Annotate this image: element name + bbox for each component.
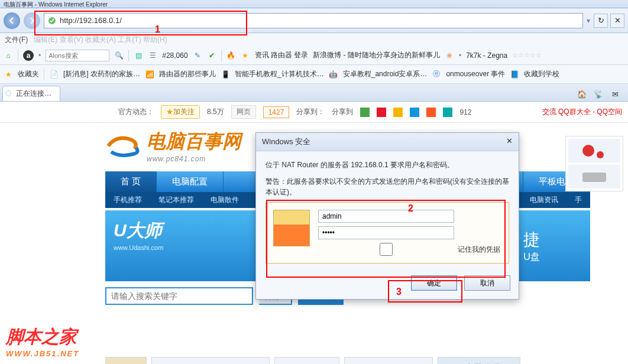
ok-button[interactable]: 确定 [411, 275, 457, 291]
menu-file[interactable]: 文件(F) [5, 35, 28, 45]
search-icon[interactable]: 🔍 [114, 51, 124, 60]
toolbar-link-3[interactable]: 7k7k - Zegna [466, 51, 507, 60]
auth-dialog: Windows 安全 ✕ 位于 NAT Router 的服务器 192.168.… [255, 132, 519, 300]
remember-checkbox-label[interactable]: 记住我的凭据 [318, 243, 501, 256]
subnav-1[interactable]: 手机推荐 [105, 192, 150, 208]
share-icon-1[interactable] [360, 108, 370, 117]
bookmark-5[interactable]: onmouseover 事件 [446, 69, 505, 79]
toolbar-link-2[interactable]: 新浪微博 - 随时随地分享身边的新鲜事儿 [313, 50, 440, 60]
page-sub-toolbar: 官方动态： ★加关注 8.5万 网页 1427 分享到： 分享到 912 交流 … [0, 102, 628, 123]
ad-2[interactable] [568, 165, 620, 188]
chip-count[interactable]: 1427 [263, 106, 290, 118]
bookmark-icon-5: ⓔ [432, 70, 441, 79]
page-content: 官方动态： ★加关注 8.5万 网页 1427 分享到： 分享到 912 交流 … [0, 102, 628, 364]
fire-icon[interactable]: 🔥 [226, 51, 236, 60]
toolbar-link-1[interactable]: 资讯 路由器 登录 [255, 50, 309, 60]
toolbar-row-2: ★ 收藏夹 📄 [新消息] 农药剂的家族… 📶 路由器的那些事儿 📱 智能手机教… [0, 65, 628, 84]
qq-link[interactable]: 交流 QQ群大全 - QQ空间 [542, 107, 622, 117]
tool-icon-5[interactable]: ❀ [445, 51, 454, 60]
flow-row: ✦serve ✦serve 微电脑学堂 [105, 357, 520, 364]
flow-serve2[interactable]: ✦serve [344, 357, 433, 364]
flow-photo[interactable] [105, 357, 147, 364]
page-icon [47, 16, 57, 25]
bookmark-1[interactable]: [新消息] 农药剂的家族… [63, 69, 140, 79]
alons-icon[interactable]: a [23, 50, 34, 61]
toolbar-search-input[interactable] [46, 50, 109, 61]
dialog-warning: 警告：此服务器要求以不安全的方式发送您的用户名和密码(没有安全连接的基本认证)。 [266, 176, 509, 197]
feed-icon[interactable]: 📡 [591, 87, 606, 101]
home-icon-2[interactable]: 🏠 [575, 87, 589, 101]
remember-checkbox[interactable] [318, 243, 454, 256]
browser-nav-bar: ▾ ↻ ✕ [0, 8, 628, 33]
favorites-label[interactable]: 收藏夹 [18, 69, 39, 79]
share-icon-2[interactable] [377, 108, 386, 117]
bookmark-icon-3: 📱 [221, 70, 230, 79]
tab-bar: ◌ 正在连接… 🏠 📡 ✉ [0, 84, 628, 102]
share-icon-3[interactable] [393, 108, 403, 117]
flow-school[interactable]: 微电脑学堂 [438, 357, 520, 364]
bookmark-6[interactable]: 收藏到学校 [524, 69, 559, 79]
share-count: 912 [459, 108, 471, 116]
bookmark-2[interactable]: 路由器的那些事儿 [159, 69, 216, 79]
star-icon[interactable]: ★ [241, 51, 250, 60]
loading-spinner-icon: ◌ [5, 89, 11, 97]
cancel-button[interactable]: 取消 [464, 275, 510, 291]
bookmark-icon-2: 📶 [145, 70, 154, 79]
share-label: 分享到： [296, 107, 325, 117]
dialog-message: 位于 NAT Router 的服务器 192.168.0.1 要求用户名和密码。 [266, 160, 509, 170]
subnav-5[interactable]: 电脑资讯 [522, 192, 567, 208]
banner-r-bottom: U盘 [523, 251, 540, 264]
watermark: 脚本之家 WWW.JB51.NET [6, 325, 79, 358]
username-input[interactable] [318, 210, 454, 223]
tool-icon-3[interactable]: ✎ [193, 51, 202, 60]
follow-button[interactable]: ★加关注 [161, 105, 200, 119]
toolbar-row-1: ⌂ a • 🔍 ▤ ☰ #28,060 ✎ ✔ 🔥 ★ 资讯 路由器 登录 新浪… [0, 46, 628, 65]
nav-config[interactable]: 电脑配置 [157, 171, 224, 192]
svg-point-2 [597, 151, 604, 158]
stop-button[interactable]: ✕ [610, 14, 624, 28]
home-icon[interactable]: ⌂ [4, 51, 13, 60]
share-to: 分享到 [332, 107, 353, 117]
nav-home[interactable]: 首 页 [105, 171, 157, 192]
dialog-title: Windows 安全 [262, 136, 310, 147]
menu-rest[interactable]: 编辑(E) 查看(V) 收藏夹(A) 工具(T) 帮助(H) [34, 35, 167, 45]
share-icon-5[interactable] [426, 108, 436, 117]
dialog-close-button[interactable]: ✕ [506, 136, 513, 147]
flow-serve[interactable]: ✦serve [151, 357, 270, 364]
share-icon-6[interactable] [443, 108, 452, 117]
forward-button[interactable] [24, 12, 40, 29]
subnav-6[interactable]: 手 [567, 192, 590, 208]
window-title-bar: 电脑百事网 - Windows Internet Explorer [0, 0, 628, 8]
bookmark-4[interactable]: 安卓教程_android安卓系… [343, 69, 428, 79]
official-label: 官方动态： [118, 107, 154, 117]
address-bar-wrap [44, 13, 583, 28]
tool-icon-4[interactable]: ✔ [207, 51, 216, 60]
tab-loading[interactable]: ◌ 正在连接… [2, 86, 60, 101]
banner-r-top: 捷 [523, 229, 540, 251]
subnav-3[interactable]: 电脑散件 [202, 192, 247, 208]
tool-icon-2[interactable]: ☰ [148, 51, 157, 60]
site-search-input[interactable] [105, 287, 253, 305]
address-input[interactable] [44, 13, 583, 28]
share-icon-4[interactable] [410, 108, 419, 117]
bookmark-3[interactable]: 智能手机教程_计算机技术… [235, 69, 324, 79]
back-button[interactable] [4, 12, 20, 29]
logo-text: 电脑百事网 [147, 129, 241, 155]
mail-icon[interactable]: ✉ [608, 87, 622, 101]
credentials-box: 记住我的凭据 [266, 202, 509, 264]
bookmark-icon-1: 📄 [49, 70, 59, 79]
flow-mid[interactable] [274, 357, 339, 364]
svg-rect-3 [582, 173, 606, 182]
ad-1[interactable] [568, 139, 620, 162]
menu-bar: 文件(F) 编辑(E) 查看(V) 收藏夹(A) 工具(T) 帮助(H) [0, 33, 628, 46]
subnav-2[interactable]: 笔记本推荐 [150, 192, 202, 208]
favorites-star-icon[interactable]: ★ [4, 70, 13, 79]
tool-icon-1[interactable]: ▤ [134, 51, 143, 60]
password-input[interactable] [318, 226, 454, 239]
chip-web[interactable]: 网页 [231, 105, 256, 119]
refresh-button[interactable]: ↻ [594, 14, 608, 28]
annotation-num-2: 2 [408, 203, 413, 214]
dialog-titlebar: Windows 安全 ✕ [256, 133, 519, 151]
rank-number: #28,060 [162, 51, 187, 60]
rating-stars: ☆☆☆☆☆ [512, 51, 542, 59]
